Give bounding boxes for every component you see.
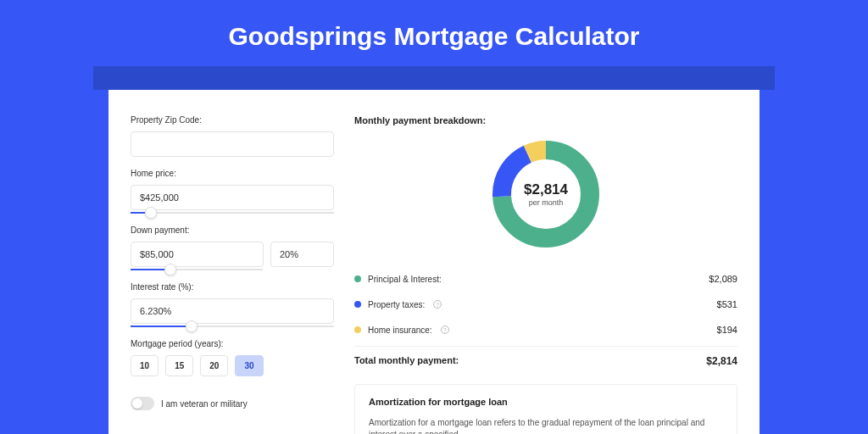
zip-input[interactable]	[131, 131, 334, 157]
total-value: $2,814	[706, 355, 737, 367]
donut-center: $2,814 per month	[491, 139, 601, 249]
donut-sub: per month	[529, 198, 564, 207]
zip-label: Property Zip Code:	[131, 115, 334, 125]
legend-taxes: Property taxes: ? $531	[354, 292, 737, 317]
dot-icon	[354, 301, 361, 308]
total-row: Total monthly payment: $2,814	[354, 346, 737, 367]
period-10[interactable]: 10	[131, 355, 159, 376]
form-panel: Property Zip Code: Home price: Down paym…	[131, 115, 334, 434]
period-label: Mortgage period (years):	[131, 339, 334, 348]
legend-insurance: Home insurance: ? $194	[354, 317, 737, 342]
interest-label: Interest rate (%):	[131, 282, 334, 292]
veteran-label: I am veteran or military	[161, 399, 248, 409]
info-icon[interactable]: ?	[433, 300, 442, 309]
zip-field: Property Zip Code:	[131, 115, 334, 157]
interest-slider[interactable]	[131, 326, 334, 327]
home-price-input[interactable]	[131, 185, 334, 210]
breakdown-panel: Monthly payment breakdown: $2,814 per mo…	[354, 115, 737, 434]
legend-label: Principal & Interest:	[368, 275, 442, 284]
legend-label: Home insurance:	[368, 326, 432, 335]
home-price-slider[interactable]	[131, 212, 334, 214]
donut-amount: $2,814	[524, 181, 568, 198]
interest-field: Interest rate (%):	[131, 282, 334, 327]
legend-label: Property taxes:	[368, 300, 425, 309]
legend-principal: Principal & Interest: $2,089	[354, 266, 737, 292]
period-buttons: 10 15 20 30	[131, 355, 334, 376]
slider-thumb[interactable]	[164, 264, 176, 275]
down-payment-pct-input[interactable]	[270, 242, 334, 267]
period-15[interactable]: 15	[165, 355, 193, 376]
toggle-knob	[132, 398, 142, 409]
down-payment-label: Down payment:	[131, 225, 334, 235]
header-banner	[93, 66, 775, 90]
period-30[interactable]: 30	[235, 355, 263, 376]
home-price-label: Home price:	[131, 169, 334, 178]
amortization-card: Amortization for mortgage loan Amortizat…	[354, 384, 737, 434]
down-payment-input[interactable]	[131, 242, 264, 267]
slider-thumb[interactable]	[186, 320, 198, 332]
calculator-card: Property Zip Code: Home price: Down paym…	[108, 90, 760, 434]
dot-icon	[354, 275, 361, 282]
info-icon[interactable]: ?	[441, 326, 449, 334]
amort-text: Amortization for a mortgage loan refers …	[369, 417, 723, 434]
dot-icon	[354, 326, 361, 333]
period-field: Mortgage period (years): 10 15 20 30	[131, 339, 334, 376]
amort-title: Amortization for mortgage loan	[369, 397, 723, 407]
slider-thumb[interactable]	[145, 207, 157, 219]
donut-chart: $2,814 per month	[491, 139, 601, 249]
legend-value: $194	[717, 325, 737, 335]
donut-chart-wrap: $2,814 per month	[354, 139, 737, 249]
legend-value: $2,089	[709, 274, 737, 284]
total-label: Total monthly payment:	[354, 355, 459, 367]
breakdown-title: Monthly payment breakdown:	[354, 115, 737, 125]
period-20[interactable]: 20	[200, 355, 228, 376]
home-price-field: Home price:	[131, 169, 334, 214]
veteran-toggle-row: I am veteran or military	[131, 397, 334, 410]
veteran-toggle[interactable]	[131, 397, 154, 410]
page-title: Goodsprings Mortgage Calculator	[0, 0, 868, 66]
down-payment-slider[interactable]	[131, 269, 263, 270]
down-payment-field: Down payment:	[131, 225, 334, 270]
legend-value: $531	[717, 299, 737, 309]
interest-input[interactable]	[131, 298, 334, 324]
